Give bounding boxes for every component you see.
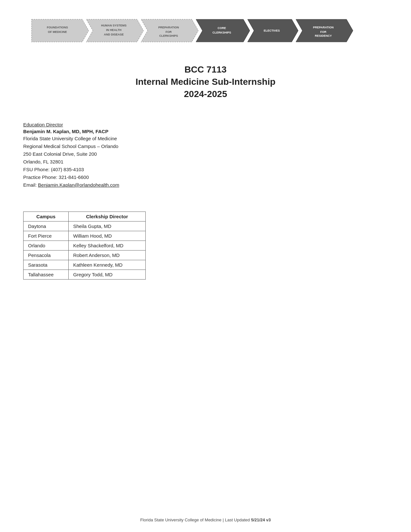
campus-cell: Pensacola xyxy=(24,251,69,260)
campus-header: Campus xyxy=(24,212,69,222)
campus-cell: Daytona xyxy=(24,222,69,231)
svg-text:FOR: FOR xyxy=(165,30,171,34)
director-cell: William Hood, MD xyxy=(68,231,145,241)
clerkship-director-header: Clerkship Director xyxy=(68,212,145,222)
director-practice-phone: Practice Phone: 321-841-6600 xyxy=(23,173,388,181)
svg-text:FOR: FOR xyxy=(320,30,326,34)
svg-text:OF MEDICINE: OF MEDICINE xyxy=(48,30,67,34)
table-row: SarasotaKathleen Kennedy, MD xyxy=(24,260,146,270)
course-name: Internal Medicine Sub-Internship xyxy=(26,77,385,87)
svg-text:FOUNDATIONS: FOUNDATIONS xyxy=(47,26,68,29)
director-address: 250 East Colonial Drive, Suite 200 xyxy=(23,150,388,158)
table-row: TallahasseeGregory Todd, MD xyxy=(24,270,146,280)
svg-text:PREPARATION: PREPARATION xyxy=(158,26,179,29)
education-director-section: Education Director Benjamin M. Kaplan, M… xyxy=(0,119,411,202)
table-row: PensacolaRobert Anderson, MD xyxy=(24,251,146,260)
course-code: BCC 7113 xyxy=(26,64,385,75)
footer-text-bold: 5/21/24 v3 xyxy=(251,517,271,522)
svg-text:ELECTIVES: ELECTIVES xyxy=(263,29,279,32)
footer-text-normal: Florida State University College of Medi… xyxy=(140,517,251,522)
course-year: 2024-2025 xyxy=(26,89,385,99)
director-cell: Robert Anderson, MD xyxy=(68,251,145,260)
table-header-row: Campus Clerkship Director xyxy=(24,212,146,222)
director-cell: Kathleen Kennedy, MD xyxy=(68,260,145,270)
svg-marker-11 xyxy=(196,19,250,42)
table-row: OrlandoKelley Shackelford, MD xyxy=(24,241,146,251)
table-body: DaytonaSheila Gupta, MDFort PierceWillia… xyxy=(24,222,146,280)
svg-text:CLERKSHIPS: CLERKSHIPS xyxy=(159,34,178,37)
svg-text:CLERKSHIPS: CLERKSHIPS xyxy=(212,31,231,34)
director-cell: Gregory Todd, MD xyxy=(68,270,145,280)
campus-cell: Orlando xyxy=(24,241,69,251)
director-cell: Kelley Shackelford, MD xyxy=(68,241,145,251)
title-section: BCC 7113 Internal Medicine Sub-Internshi… xyxy=(0,52,411,119)
email-prefix: Email: xyxy=(23,182,38,188)
clerkship-table: Campus Clerkship Director DaytonaSheila … xyxy=(23,212,146,280)
campus-cell: Sarasota xyxy=(24,260,69,270)
svg-text:AND DISEASE: AND DISEASE xyxy=(104,33,124,36)
education-director-label: Education Director xyxy=(23,122,388,127)
curriculum-arrows-svg: FOUNDATIONS OF MEDICINE HUMAN SYSTEMS IN… xyxy=(28,16,383,45)
director-campus: Regional Medical School Campus – Orlando xyxy=(23,143,388,150)
director-fsu-phone: FSU Phone: (407) 835-4103 xyxy=(23,166,388,173)
clerkship-table-section: Campus Clerkship Director DaytonaSheila … xyxy=(0,202,411,292)
email-link[interactable]: Benjamin.Kaplan@orlandohealth.com xyxy=(38,182,119,188)
director-email-line: Email: Benjamin.Kaplan@orlandohealth.com xyxy=(23,181,388,189)
curriculum-diagram: FOUNDATIONS OF MEDICINE HUMAN SYSTEMS IN… xyxy=(0,0,411,52)
table-row: DaytonaSheila Gupta, MD xyxy=(24,222,146,231)
table-row: Fort PierceWilliam Hood, MD xyxy=(24,231,146,241)
director-institution: Florida State University College of Medi… xyxy=(23,135,388,143)
svg-text:HUMAN SYSTEMS: HUMAN SYSTEMS xyxy=(101,24,126,27)
campus-cell: Fort Pierce xyxy=(24,231,69,241)
page-footer: Florida State University College of Medi… xyxy=(0,517,411,522)
campus-cell: Tallahassee xyxy=(24,270,69,280)
svg-text:CORE: CORE xyxy=(217,26,226,30)
svg-text:RESIDENCY: RESIDENCY xyxy=(315,34,332,37)
director-name: Benjamin M. Kaplan, MD, MPH, FACP xyxy=(23,129,388,134)
svg-text:PREPARATION: PREPARATION xyxy=(313,26,333,29)
director-cell: Sheila Gupta, MD xyxy=(68,222,145,231)
svg-text:IN HEALTH: IN HEALTH xyxy=(106,28,121,32)
director-city: Orlando, FL 32801 xyxy=(23,158,388,166)
